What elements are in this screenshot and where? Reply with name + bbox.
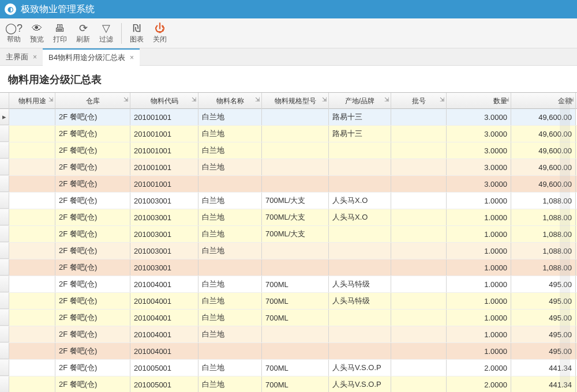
page-title: 物料用途分级汇总表 [0, 66, 577, 92]
toolbar-separator [121, 23, 122, 44]
row-indicator[interactable] [0, 209, 9, 225]
col-header[interactable]: 物料名称⇲ [198, 93, 262, 109]
preview-button[interactable]: 👁预览 [25, 20, 48, 47]
col-label: 物料名称 [216, 96, 244, 106]
scrollbar[interactable] [560, 98, 570, 386]
cell: 1.0000 [447, 326, 511, 342]
app-logo-icon: ◐ [5, 3, 16, 15]
table-row[interactable]: 2F 餐吧(仓)2010040011.0000495.00 [0, 343, 577, 360]
cell [9, 159, 55, 175]
col-header[interactable]: 产地/品牌⇲ [329, 93, 391, 109]
table-row[interactable]: 2F 餐吧(仓)201004001白兰地1.0000495.00 [0, 326, 577, 343]
cell [329, 159, 391, 175]
cell: 2F 餐吧(仓) [55, 310, 130, 326]
chart-button[interactable]: ₪图表 [125, 20, 148, 47]
table-row[interactable]: 2F 餐吧(仓)201003001白兰地700ML/大支人头马X.O1.0000… [0, 193, 577, 209]
refresh-button[interactable]: ⟳刷新 [72, 20, 95, 47]
cell [329, 310, 391, 326]
col-header[interactable]: 数量⇲ [447, 93, 511, 109]
table-row[interactable]: 2F 餐吧(仓)2010010013.000049,600.00 [0, 176, 577, 193]
cell: 2F 餐吧(仓) [55, 209, 130, 225]
cell: 路易十三 [329, 109, 391, 125]
table-row[interactable]: 2F 餐吧(仓)201004001白兰地700ML人头马特级1.0000495.… [0, 276, 577, 293]
cell [9, 343, 55, 359]
help-button[interactable]: ◯?帮助 [2, 20, 25, 47]
row-indicator[interactable] [0, 142, 9, 159]
cell: 白兰地 [198, 159, 262, 175]
row-indicator[interactable] [0, 243, 9, 259]
cell: 1.0000 [447, 293, 511, 309]
col-label: 产地/品牌 [345, 96, 374, 106]
row-indicator[interactable] [0, 259, 9, 276]
refresh-label: 刷新 [76, 35, 90, 44]
table-row[interactable]: 2F 餐吧(仓)201004001白兰地700ML1.0000495.00 [0, 310, 577, 326]
table-row[interactable]: 2F 餐吧(仓)201004001白兰地700ML人头马特级1.0000495.… [0, 293, 577, 310]
row-indicator[interactable] [0, 226, 9, 242]
cell [329, 326, 391, 342]
cell: 1.0000 [447, 343, 511, 359]
table-row[interactable]: 2F 餐吧(仓)201001001白兰地路易十三3.000049,600.00 [0, 126, 577, 142]
table-row[interactable]: 2F 餐吧(仓)2010030011.00001,088.00 [0, 259, 577, 276]
cell: 白兰地 [198, 376, 262, 392]
table-row[interactable]: 2F 餐吧(仓)201001001白兰地3.000049,600.00 [0, 159, 577, 176]
filter-button[interactable]: ▽过滤 [95, 20, 118, 47]
cell [198, 343, 262, 359]
cell [391, 259, 447, 276]
row-indicator[interactable]: ▸ [0, 109, 9, 125]
row-indicator[interactable] [0, 293, 9, 309]
cell: 2F 餐吧(仓) [55, 376, 130, 392]
row-selector-header[interactable] [0, 93, 9, 109]
cell: 1.0000 [447, 259, 511, 276]
col-header[interactable]: 物料规格型号⇲ [262, 93, 329, 109]
row-indicator[interactable] [0, 310, 9, 326]
col-header[interactable]: 仓库⇲ [55, 93, 130, 109]
cell [391, 159, 447, 175]
preview-label: 预览 [30, 35, 44, 44]
cell: 人头马V.S.O.P [329, 376, 391, 392]
col-header[interactable]: 批号⇲ [391, 93, 447, 109]
cell [391, 360, 447, 376]
cell: 201003001 [130, 226, 198, 242]
print-button[interactable]: 🖶打印 [48, 20, 72, 47]
cell [262, 142, 329, 159]
col-label: 物料用途 [18, 96, 46, 106]
pin-icon: ⇲ [48, 96, 53, 103]
row-indicator[interactable] [0, 343, 9, 359]
table-row[interactable]: 2F 餐吧(仓)201005001白兰地700ML人头马V.S.O.P2.000… [0, 376, 577, 392]
cell [391, 109, 447, 125]
table-row[interactable]: 2F 餐吧(仓)201003001白兰地1.00001,088.00 [0, 243, 577, 259]
tab-report[interactable]: B4物料用途分级汇总表 × [43, 48, 140, 66]
cell [391, 226, 447, 242]
table-row[interactable]: 2F 餐吧(仓)201003001白兰地700ML/大支1.00001,088.… [0, 226, 577, 243]
tab-close-icon[interactable]: × [33, 53, 37, 61]
tab-main[interactable]: 主界面 × [0, 48, 43, 66]
table-row[interactable]: ▸2F 餐吧(仓)201001001白兰地路易十三3.000049,600.00 [0, 109, 577, 126]
pin-icon: ⇲ [123, 96, 128, 103]
col-header[interactable]: 物料代码⇲ [130, 93, 198, 109]
table-row[interactable]: 2F 餐吧(仓)201005001白兰地700ML人头马V.S.O.P2.000… [0, 360, 577, 376]
close-button[interactable]: ⏻关闭 [148, 20, 171, 47]
col-header[interactable]: 物料用途⇲ [9, 93, 55, 109]
row-indicator[interactable] [0, 193, 9, 209]
row-indicator[interactable] [0, 159, 9, 175]
cell: 3.0000 [447, 109, 511, 125]
cell: 1.0000 [447, 226, 511, 242]
cell: 700ML [262, 376, 329, 392]
cell [391, 193, 447, 209]
cell [329, 226, 391, 242]
cell: 3.0000 [447, 142, 511, 159]
table-row[interactable]: 2F 餐吧(仓)201001001白兰地3.000049,600.00 [0, 142, 577, 159]
row-indicator[interactable] [0, 360, 9, 376]
row-indicator[interactable] [0, 176, 9, 192]
cell: 201001001 [130, 159, 198, 175]
row-indicator[interactable] [0, 326, 9, 342]
row-indicator[interactable] [0, 376, 9, 392]
cell: 700ML [262, 276, 329, 292]
row-indicator[interactable] [0, 126, 9, 142]
cell: 2F 餐吧(仓) [55, 293, 130, 309]
table-row[interactable]: 2F 餐吧(仓)201003001白兰地700ML/大支人头马X.O1.0000… [0, 209, 577, 226]
row-indicator[interactable] [0, 276, 9, 292]
cell [391, 176, 447, 192]
tab-close-icon[interactable]: × [130, 54, 134, 62]
col-label: 物料规格型号 [275, 96, 316, 106]
